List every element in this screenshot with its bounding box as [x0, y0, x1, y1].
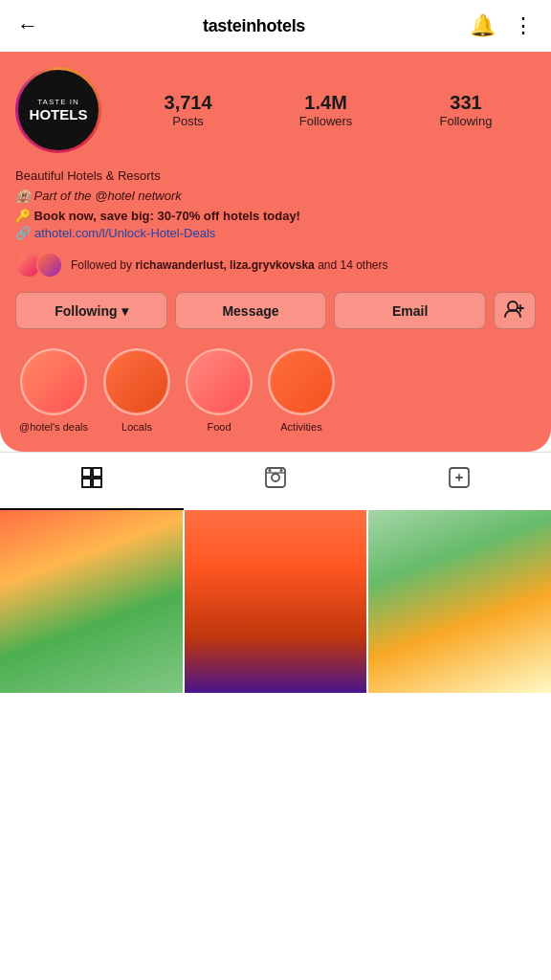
svg-rect-5 [82, 479, 91, 487]
avatar-ring[interactable]: TASTE IN HOTELS [15, 67, 101, 153]
followers-label: Followers [299, 114, 353, 128]
bio-section: Beautiful Hotels & Resorts 🏨 Part of the… [15, 167, 536, 240]
story-highlights: @hotel's deals Locals Food Activities [15, 348, 536, 433]
add-person-icon [504, 301, 525, 321]
back-button[interactable]: ← [17, 13, 38, 38]
highlight-deals[interactable]: @hotel's deals [19, 348, 88, 433]
photo-grid [0, 510, 551, 693]
content-tabs [0, 452, 551, 510]
stat-posts[interactable]: 3,714 Posts [165, 92, 212, 128]
posts-label: Posts [172, 114, 204, 128]
followers-count: 1.4M [304, 92, 346, 114]
link-text: athotel.com/l/Unlock-Hotel-Deals [34, 226, 215, 240]
stats-row: 3,714 Posts 1.4M Followers 331 Following [121, 92, 536, 128]
action-buttons: Following ▾ Message Email [15, 292, 536, 329]
highlight-activities-label: Activities [280, 421, 321, 433]
following-button[interactable]: Following ▾ [15, 292, 167, 329]
grid-photo-2[interactable] [185, 510, 367, 693]
grid-photo-1[interactable] [0, 510, 183, 693]
bio-link[interactable]: 🔗 athotel.com/l/Unlock-Hotel-Deals [15, 226, 536, 240]
highlight-activities[interactable]: Activities [268, 348, 335, 433]
tab-tagged[interactable] [367, 453, 551, 510]
bio-line3: 🔑 Book now, save big: 30-70% off hotels … [15, 207, 536, 227]
avatar: TASTE IN HOTELS [18, 70, 99, 150]
app-header: ← tasteinhotels 🔔 ⋮ [0, 0, 551, 52]
svg-rect-3 [82, 468, 91, 477]
following-button-label: Following [55, 303, 117, 319]
svg-point-8 [272, 474, 279, 481]
stat-following[interactable]: 331 Following [440, 92, 493, 128]
svg-rect-6 [93, 479, 101, 487]
reels-icon [264, 466, 287, 495]
grid-photo-3[interactable] [368, 510, 551, 693]
profile-card: TASTE IN HOTELS 3,714 Posts 1.4M Followe… [0, 52, 551, 452]
bio-line1: Beautiful Hotels & Resorts [15, 167, 536, 187]
highlight-deals-label: @hotel's deals [19, 421, 88, 433]
email-button-label: Email [392, 303, 428, 319]
bio-line2: 🏨 Part of the @hotel network [15, 187, 536, 207]
svg-rect-4 [93, 468, 101, 477]
chevron-down-icon: ▾ [121, 303, 128, 319]
tagged-icon [448, 466, 471, 495]
profile-top-row: TASTE IN HOTELS 3,714 Posts 1.4M Followe… [15, 67, 536, 153]
avatar-text-main: HOTELS [30, 107, 88, 123]
following-count: 331 [450, 92, 481, 114]
tab-grid[interactable] [0, 453, 184, 510]
followed-avatars [15, 252, 63, 278]
svg-point-10 [269, 469, 272, 472]
message-button[interactable]: Message [175, 292, 327, 329]
highlight-locals[interactable]: Locals [103, 348, 170, 433]
header-actions: 🔔 ⋮ [470, 13, 534, 38]
stat-followers[interactable]: 1.4M Followers [299, 92, 353, 128]
profile-username: tasteinhotels [203, 16, 305, 36]
add-person-button[interactable] [494, 292, 536, 329]
followed-by-row: Followed by richawanderlust, liza.gryvko… [15, 252, 536, 278]
email-button[interactable]: Email [334, 292, 486, 329]
follower-avatar-2 [36, 252, 63, 278]
highlight-locals-label: Locals [121, 421, 152, 433]
message-button-label: Message [222, 303, 278, 319]
following-label: Following [440, 114, 493, 128]
grid-icon [80, 466, 103, 495]
svg-point-11 [280, 469, 283, 472]
tab-reels[interactable] [184, 453, 367, 510]
highlight-food[interactable]: Food [186, 348, 253, 433]
more-options-icon[interactable]: ⋮ [513, 13, 534, 38]
notification-bell-icon[interactable]: 🔔 [470, 13, 496, 38]
followed-by-text: Followed by richawanderlust, liza.gryvko… [71, 258, 388, 272]
highlight-food-label: Food [207, 421, 231, 433]
posts-count: 3,714 [165, 92, 212, 114]
link-icon: 🔗 [15, 226, 31, 240]
